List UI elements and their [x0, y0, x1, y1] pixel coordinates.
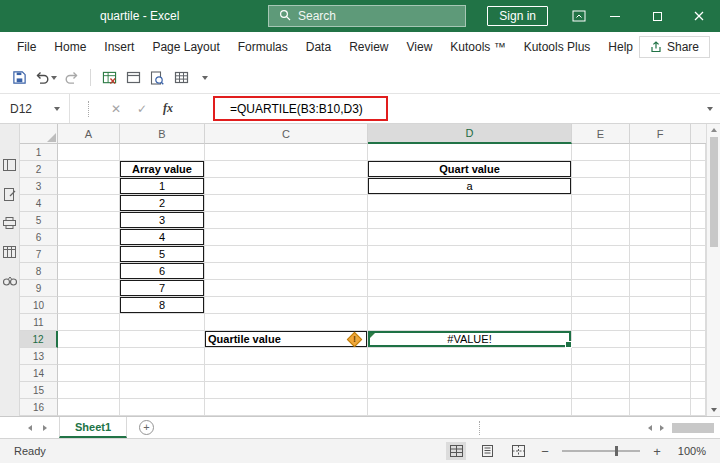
zoom-level[interactable]: 100%: [674, 445, 706, 457]
cell-d16[interactable]: [368, 399, 572, 416]
scroll-left-icon[interactable]: [648, 425, 652, 431]
cell-c10[interactable]: [205, 297, 368, 314]
cell-a1[interactable]: [58, 144, 120, 161]
print-preview-button[interactable]: [146, 66, 168, 90]
document-edit-icon[interactable]: [3, 187, 17, 201]
cell-e14[interactable]: [572, 365, 630, 382]
cell-a7[interactable]: [58, 246, 120, 263]
share-button[interactable]: Share: [639, 36, 710, 58]
cell-d11[interactable]: [368, 314, 572, 331]
cell-a9[interactable]: [58, 280, 120, 297]
row-header-1[interactable]: 1: [20, 144, 58, 161]
cell-e12[interactable]: [572, 331, 630, 348]
insert-function-button[interactable]: fx: [156, 94, 180, 123]
menu-tab-help[interactable]: Help: [599, 40, 642, 54]
save-button[interactable]: [8, 66, 30, 90]
cell-e11[interactable]: [572, 314, 630, 331]
cell-d9[interactable]: [368, 280, 572, 297]
cell-e6[interactable]: [572, 229, 630, 246]
cell-f9[interactable]: [630, 280, 691, 297]
column-header-c[interactable]: C: [205, 124, 368, 144]
vertical-scrollbar[interactable]: [706, 124, 720, 416]
cell-b5[interactable]: 3: [120, 212, 205, 229]
cell-b8[interactable]: 6: [120, 263, 205, 280]
column-list-icon[interactable]: [3, 245, 17, 259]
cell-b6[interactable]: 4: [120, 229, 205, 246]
menu-tab-kutools-plus[interactable]: Kutools Plus: [515, 40, 600, 54]
scroll-down-icon[interactable]: [711, 408, 717, 412]
cell-b16[interactable]: [120, 399, 205, 416]
column-header-d[interactable]: D: [368, 124, 572, 144]
cell-f2[interactable]: [630, 161, 691, 178]
menu-tab-formulas[interactable]: Formulas: [229, 40, 297, 54]
zoom-slider[interactable]: [562, 450, 640, 452]
cell-a2[interactable]: [58, 161, 120, 178]
cell-f10[interactable]: [630, 297, 691, 314]
cell-b12[interactable]: [120, 331, 205, 348]
column-header-e[interactable]: E: [572, 124, 630, 144]
cell-e10[interactable]: [572, 297, 630, 314]
row-header-13[interactable]: 13: [20, 348, 58, 365]
page-layout-view-button[interactable]: [477, 442, 497, 460]
close-button[interactable]: [678, 0, 720, 32]
row-header-10[interactable]: 10: [20, 297, 58, 314]
cell-d10[interactable]: [368, 297, 572, 314]
cell-f1[interactable]: [630, 144, 691, 161]
cell-c5[interactable]: [205, 212, 368, 229]
row-header-15[interactable]: 15: [20, 382, 58, 399]
error-options-icon[interactable]: !: [347, 332, 363, 348]
cell-f6[interactable]: [630, 229, 691, 246]
next-sheet-icon[interactable]: [43, 425, 47, 431]
scroll-up-icon[interactable]: [711, 128, 717, 132]
cell-c12[interactable]: Quartile value!: [205, 331, 368, 348]
cell-e16[interactable]: [572, 399, 630, 416]
cell-e13[interactable]: [572, 348, 630, 365]
menu-tab-file[interactable]: File: [8, 40, 45, 54]
cell-d3[interactable]: a: [368, 178, 572, 195]
cell-f15[interactable]: [630, 382, 691, 399]
cell-c9[interactable]: [205, 280, 368, 297]
column-header-a[interactable]: A: [58, 124, 120, 144]
cell-b10[interactable]: 8: [120, 297, 205, 314]
cell-e8[interactable]: [572, 263, 630, 280]
menu-tab-page-layout[interactable]: Page Layout: [143, 40, 228, 54]
undo-dropdown-icon[interactable]: [51, 76, 57, 80]
cell-d2[interactable]: Quart value: [368, 161, 572, 178]
cell-c15[interactable]: [205, 382, 368, 399]
cell-d4[interactable]: [368, 195, 572, 212]
menu-tab-home[interactable]: Home: [45, 40, 95, 54]
cell-a10[interactable]: [58, 297, 120, 314]
cell-e2[interactable]: [572, 161, 630, 178]
printer-icon[interactable]: [3, 216, 17, 230]
binoculars-icon[interactable]: [3, 274, 17, 288]
cell-f5[interactable]: [630, 212, 691, 229]
cell-b7[interactable]: 5: [120, 246, 205, 263]
cell-b14[interactable]: [120, 365, 205, 382]
cell-b3[interactable]: 1: [120, 178, 205, 195]
navigation-pane-icon[interactable]: [3, 158, 17, 172]
cell-d13[interactable]: [368, 348, 572, 365]
cell-a8[interactable]: [58, 263, 120, 280]
cell-a4[interactable]: [58, 195, 120, 212]
cell-d12[interactable]: #VALUE!: [368, 331, 572, 348]
cell-c14[interactable]: [205, 365, 368, 382]
row-header-14[interactable]: 14: [20, 365, 58, 382]
cell-d1[interactable]: [368, 144, 572, 161]
cell-a13[interactable]: [58, 348, 120, 365]
menu-tab-review[interactable]: Review: [340, 40, 397, 54]
menu-tab-view[interactable]: View: [398, 40, 442, 54]
cell-f7[interactable]: [630, 246, 691, 263]
cell-a14[interactable]: [58, 365, 120, 382]
cell-b13[interactable]: [120, 348, 205, 365]
cell-f3[interactable]: [630, 178, 691, 195]
cell-a16[interactable]: [58, 399, 120, 416]
menu-tab-insert[interactable]: Insert: [95, 40, 143, 54]
name-box-dropdown-icon[interactable]: [54, 107, 60, 111]
cell-b4[interactable]: 2: [120, 195, 205, 212]
cell-e3[interactable]: [572, 178, 630, 195]
normal-view-button[interactable]: [446, 442, 466, 460]
name-box[interactable]: D12: [0, 94, 70, 123]
row-header-7[interactable]: 7: [20, 246, 58, 263]
horizontal-scrollbar-thumb[interactable]: [672, 423, 714, 433]
cell-c2[interactable]: [205, 161, 368, 178]
